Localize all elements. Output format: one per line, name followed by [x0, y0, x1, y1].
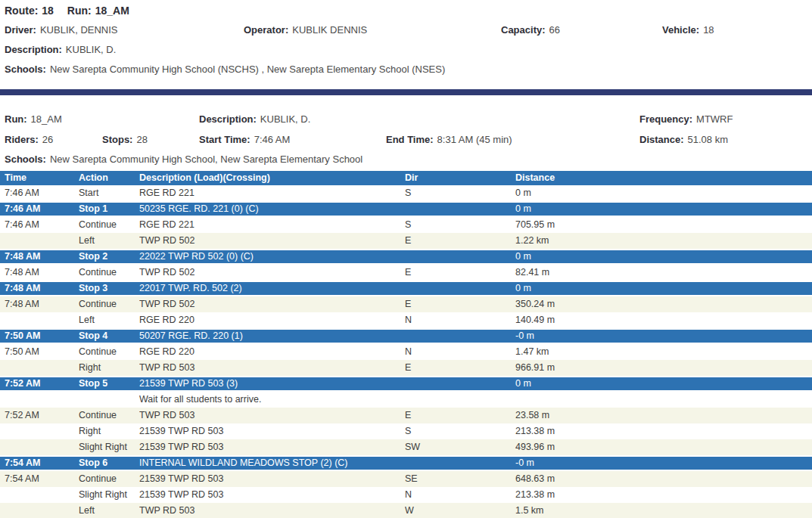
table-row: Left TWP RD 502 E 1.22 km	[0, 233, 812, 249]
cell-time: 7:46 AM	[5, 185, 79, 201]
cell-time	[5, 392, 79, 408]
cell-description: 22017 TWP. RD. 502 (2)	[139, 282, 405, 295]
description-line: Description:KUBLIK, D.	[0, 42, 812, 57]
cell-distance: 350.24 m	[515, 296, 812, 312]
cell-dir	[405, 392, 515, 408]
cell-time	[5, 503, 79, 518]
cell-dir: E	[405, 233, 515, 249]
cell-time: 7:50 AM	[5, 330, 79, 343]
cell-action: Continue	[79, 296, 139, 312]
cell-distance: 705.95 m	[515, 217, 812, 233]
cell-distance: 0 m	[515, 185, 812, 201]
cell-time: 7:46 AM	[5, 203, 79, 216]
cell-dir: S	[405, 185, 515, 201]
cell-time: 7:48 AM	[5, 265, 79, 281]
cell-distance: -0 m	[515, 457, 812, 470]
section-divider-bar	[0, 89, 812, 95]
cell-action: Stop 1	[79, 203, 139, 216]
driver-info-line: Driver:KUBLIK, DENNIS Operator:KUBLIK DE…	[0, 23, 812, 38]
cell-action: Left	[79, 503, 139, 518]
cell-time	[5, 233, 79, 249]
route-label: Route:	[5, 5, 38, 17]
header-time: Time	[5, 171, 79, 185]
table-row-stop: 7:50 AM Stop 4 50207 RGE. RD. 220 (1) -0…	[0, 328, 812, 344]
cell-time: 7:48 AM	[5, 282, 79, 295]
frequency-field: Frequency:MTWRF	[639, 112, 733, 127]
cell-distance: 1.47 km	[515, 344, 812, 360]
table-row-stop: 7:48 AM Stop 2 22022 TWP RD 502 (0) (C) …	[0, 249, 812, 265]
cell-distance: 1.5 km	[515, 503, 812, 518]
header-description: Description (Load)(Crossing)	[139, 171, 405, 185]
bus-route-report-page: Route:18 Run:18_AM Driver:KUBLIK, DENNIS…	[0, 0, 812, 518]
cell-action: Stop 4	[79, 330, 139, 343]
run-details-section: Run:18_AM Description:KUBLIK, D. Frequen…	[0, 95, 812, 171]
cell-distance: 213.38 m	[515, 423, 812, 439]
table-row: Left RGE RD 220 N 140.49 m	[0, 312, 812, 328]
cell-action: Stop 6	[79, 457, 139, 470]
cell-description: TWP RD 503	[139, 503, 405, 518]
cell-action: Stop 2	[79, 250, 139, 263]
table-row-stop: 7:52 AM Stop 5 21539 TWP RD 503 (3) 0 m	[0, 376, 812, 392]
cell-action: Continue	[79, 408, 139, 423]
cell-time: 7:50 AM	[5, 344, 79, 360]
capacity-field: Capacity:66	[501, 23, 560, 38]
route-field: Route:18	[5, 3, 54, 18]
cell-description: 22022 TWP RD 502 (0) (C)	[139, 250, 405, 263]
cell-description: Wait for all students to arrive.	[139, 392, 405, 408]
table-row: Slight Right 21539 TWP RD 503 N 213.38 m	[0, 487, 812, 503]
cell-dir	[405, 250, 515, 263]
table-row: 7:46 AM Continue RGE RD 221 S 705.95 m	[0, 217, 812, 233]
cell-distance: 0 m	[515, 377, 812, 390]
start-time-field: Start Time:7:46 AM	[199, 132, 290, 147]
cell-action: Start	[79, 185, 139, 201]
cell-action: Slight Right	[79, 439, 139, 455]
cell-distance: 140.49 m	[515, 312, 812, 328]
cell-dir	[405, 457, 515, 470]
cell-action: Continue	[79, 471, 139, 487]
cell-description: 21539 TWP RD 503	[139, 471, 405, 487]
cell-dir: E	[405, 296, 515, 312]
cell-time	[5, 312, 79, 328]
stops-field: Stops:28	[102, 132, 148, 147]
cell-distance: 493.96 m	[515, 439, 812, 455]
route-header-section: Route:18 Run:18_AM Driver:KUBLIK, DENNIS…	[0, 0, 812, 89]
table-row: 7:48 AM Continue TWP RD 502 E 350.24 m	[0, 296, 812, 312]
cell-dir	[405, 203, 515, 216]
table-row-stop: 7:54 AM Stop 6 INTERNAL WILDLAND MEADOWS…	[0, 455, 812, 471]
cell-action: Left	[79, 233, 139, 249]
schools-field: Schools:New Sarepta Community High Schoo…	[5, 62, 445, 77]
vehicle-field: Vehicle:18	[662, 23, 714, 38]
cell-description: 21539 TWP RD 503	[139, 487, 405, 503]
cell-distance: 0 m	[515, 282, 812, 295]
cell-dir: N	[405, 344, 515, 360]
cell-description: TWP RD 502	[139, 265, 405, 281]
schools-line: Schools:New Sarepta Community High Schoo…	[0, 62, 812, 77]
cell-time: 7:54 AM	[5, 471, 79, 487]
itinerary-table: Time Action Description (Load)(Crossing)…	[0, 171, 812, 518]
cell-description: TWP RD 503	[139, 408, 405, 423]
cell-time	[5, 360, 79, 376]
run-schools-field: Schools:New Sarepta Community High Schoo…	[5, 152, 362, 167]
route-value: 18	[42, 5, 54, 17]
cell-dir: S	[405, 423, 515, 439]
cell-distance: 648.63 m	[515, 471, 812, 487]
run-description-field: Description:KUBLIK, D.	[199, 112, 310, 127]
run-label: Run:	[67, 5, 92, 17]
run-field: Run:18_AM	[5, 112, 62, 127]
cell-action: Stop 5	[79, 377, 139, 390]
table-row: 7:46 AM Start RGE RD 221 S 0 m	[0, 185, 812, 201]
cell-distance: 82.41 m	[515, 265, 812, 281]
end-time-field: End Time:8:31 AM (45 min)	[386, 132, 512, 147]
table-row: 7:52 AM Continue TWP RD 503 E 23.58 m	[0, 408, 812, 423]
cell-description: RGE RD 220	[139, 344, 405, 360]
cell-distance: 0 m	[515, 203, 812, 216]
cell-action: Continue	[79, 344, 139, 360]
cell-time: 7:54 AM	[5, 457, 79, 470]
cell-distance: 0 m	[515, 250, 812, 263]
cell-action: Right	[79, 423, 139, 439]
cell-dir: N	[405, 487, 515, 503]
cell-dir: W	[405, 503, 515, 518]
run-detail-line-1: Run:18_AM Description:KUBLIK, D. Frequen…	[0, 112, 812, 127]
cell-action: Stop 3	[79, 282, 139, 295]
table-row-stop: 7:48 AM Stop 3 22017 TWP. RD. 502 (2) 0 …	[0, 281, 812, 296]
